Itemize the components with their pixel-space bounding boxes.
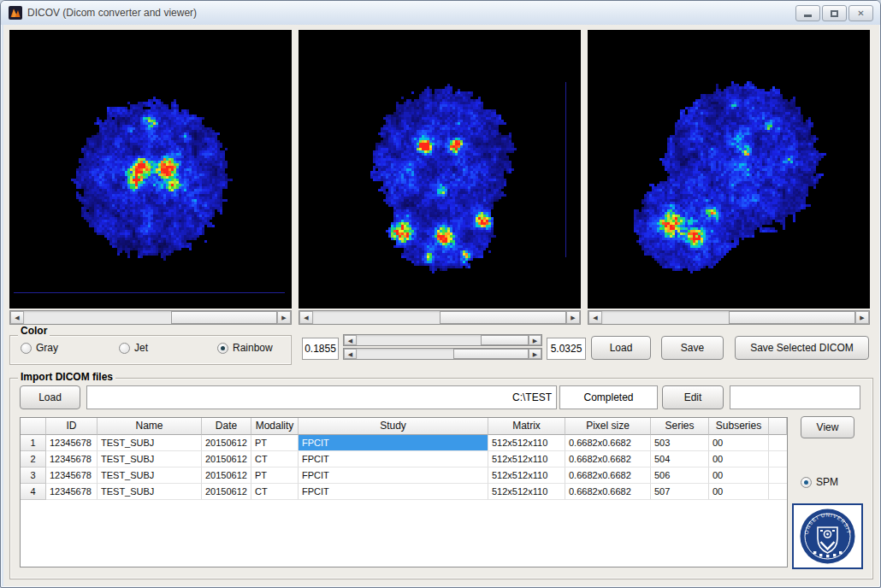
scroll-left-icon[interactable]: ◀ [588, 311, 602, 324]
cell-id[interactable]: 12345678 [46, 451, 98, 467]
slider-right-icon[interactable]: ▶ [529, 349, 541, 359]
cell-study-selected[interactable]: FPCIT [299, 435, 488, 451]
level-slider-upper[interactable]: ◀ ▶ [343, 334, 542, 346]
cell-pixel-size[interactable]: 0.6682x0.6682 [565, 451, 651, 467]
row-number: 3 [21, 467, 46, 484]
cell-id[interactable]: 12345678 [46, 484, 98, 500]
slider-right-icon[interactable]: ▶ [529, 335, 541, 345]
cell-date[interactable]: 20150612 [202, 451, 251, 467]
scrollbar-track[interactable] [24, 311, 277, 324]
cell-subseries[interactable]: 00 [709, 484, 769, 500]
load-volume-button[interactable]: Load [591, 336, 651, 360]
cell-series[interactable]: 507 [651, 484, 709, 500]
maximize-icon [831, 10, 838, 17]
title-bar[interactable]: DICOV (Dicom converter and viewer) ✕ [1, 1, 880, 25]
coronal-slice-scrollbar[interactable]: ◀ ▶ [299, 310, 581, 325]
scrollbar-thumb[interactable] [171, 311, 277, 324]
cell-id[interactable]: 12345678 [46, 467, 98, 484]
cell-date[interactable]: 20150612 [202, 435, 251, 451]
radio-spm[interactable]: SPM [801, 476, 838, 488]
import-extra-input[interactable] [730, 385, 860, 409]
cell-subseries[interactable]: 00 [709, 451, 769, 467]
scroll-right-icon[interactable]: ▶ [277, 311, 291, 324]
cell-name[interactable]: TEST_SUBJ [98, 451, 202, 467]
range-min-input[interactable]: 0.1855 [302, 338, 339, 360]
slider-thumb[interactable] [453, 349, 529, 359]
scrollbar-thumb[interactable] [729, 311, 855, 324]
view-button[interactable]: View [801, 416, 854, 438]
client-area: ◀ ▶ ◀ ▶ ◀ ▶ Color Gray Jet Rainbow [3, 25, 879, 586]
slider-thumb[interactable] [481, 335, 529, 345]
radio-jet[interactable]: Jet [119, 342, 148, 354]
col-header-date: Date [202, 418, 251, 435]
col-header-series: Series [651, 418, 709, 435]
cell-pixel-size[interactable]: 0.6682x0.6682 [565, 435, 651, 451]
scrollbar-track[interactable] [313, 311, 566, 324]
radio-rainbow-icon [217, 343, 228, 354]
slider-left-icon[interactable]: ◀ [344, 335, 357, 345]
cell-pixel-size[interactable]: 0.6682x0.6682 [565, 484, 651, 500]
slider-track[interactable] [357, 349, 529, 359]
cell-modality[interactable]: PT [251, 467, 299, 484]
table-row-1[interactable]: 1 12345678 TEST_SUBJ 20150612 PT FPCIT 5… [21, 435, 787, 451]
cell-date[interactable]: 20150612 [202, 484, 251, 500]
radio-gray[interactable]: Gray [21, 342, 58, 354]
table-row-3[interactable]: 3 12345678 TEST_SUBJ 20150612 PT FPCIT 5… [21, 467, 787, 484]
cell-modality[interactable]: CT [251, 484, 299, 500]
close-button[interactable]: ✕ [848, 5, 873, 21]
cell-filler [769, 484, 787, 500]
minimize-button[interactable] [795, 5, 820, 21]
import-status-field[interactable]: Completed [559, 385, 658, 409]
cell-study[interactable]: FPCIT [299, 467, 488, 484]
scrollbar-thumb[interactable] [440, 311, 566, 324]
axial-view-canvas[interactable] [9, 30, 292, 309]
matlab-app-icon [9, 6, 22, 20]
col-header-modality: Modality [251, 418, 299, 435]
cell-name[interactable]: TEST_SUBJ [98, 484, 202, 500]
cell-modality[interactable]: CT [251, 451, 299, 467]
scroll-right-icon[interactable]: ▶ [855, 311, 869, 324]
cell-date[interactable]: 20150612 [202, 467, 251, 484]
cell-id[interactable]: 12345678 [46, 435, 98, 451]
cell-matrix[interactable]: 512x512x110 [488, 467, 565, 484]
cell-matrix[interactable]: 512x512x110 [488, 484, 565, 500]
slider-left-icon[interactable]: ◀ [344, 349, 357, 359]
table-row-2[interactable]: 2 12345678 TEST_SUBJ 20150612 CT FPCIT 5… [21, 451, 787, 467]
save-button[interactable]: Save [661, 336, 724, 360]
edit-button[interactable]: Edit [662, 385, 724, 409]
cell-subseries[interactable]: 00 [709, 435, 769, 451]
scrollbar-track[interactable] [602, 311, 855, 324]
cell-modality[interactable]: PT [251, 435, 299, 451]
sagittal-slice-scrollbar[interactable]: ◀ ▶ [588, 310, 870, 325]
cell-matrix[interactable]: 512x512x110 [488, 451, 565, 467]
import-group-label: Import DICOM files [18, 371, 115, 383]
window-title: DICOV (Dicom converter and viewer) [27, 7, 197, 19]
maximize-button[interactable] [822, 5, 847, 21]
radio-rainbow[interactable]: Rainbow [217, 342, 273, 354]
series-table[interactable]: ID Name Date Modality Study Matrix Pixel… [20, 417, 788, 567]
scroll-left-icon[interactable]: ◀ [10, 311, 24, 324]
cell-study[interactable]: FPCIT [299, 451, 488, 467]
scroll-right-icon[interactable]: ▶ [566, 311, 580, 324]
save-selected-dicom-button[interactable]: Save Selected DICOM [735, 336, 869, 360]
slider-track[interactable] [357, 335, 529, 345]
scroll-left-icon[interactable]: ◀ [299, 311, 313, 324]
cell-name[interactable]: TEST_SUBJ [98, 435, 202, 451]
sagittal-view-canvas[interactable] [588, 30, 870, 309]
cell-name[interactable]: TEST_SUBJ [98, 467, 202, 484]
table-row-4[interactable]: 4 12345678 TEST_SUBJ 20150612 CT FPCIT 5… [21, 484, 787, 500]
import-path-input[interactable]: C:\TEST [86, 385, 557, 409]
cell-series[interactable]: 506 [651, 467, 709, 484]
import-load-button[interactable]: Load [20, 385, 80, 409]
col-header-subseries: Subseries [709, 418, 769, 435]
range-max-input[interactable]: 5.0325 [547, 338, 586, 360]
cell-matrix[interactable]: 512x512x110 [488, 435, 565, 451]
cell-series[interactable]: 503 [651, 435, 709, 451]
axial-slice-scrollbar[interactable]: ◀ ▶ [9, 310, 292, 325]
cell-series[interactable]: 504 [651, 451, 709, 467]
level-slider-lower[interactable]: ◀ ▶ [343, 348, 542, 360]
cell-study[interactable]: FPCIT [299, 484, 488, 500]
cell-pixel-size[interactable]: 0.6682x0.6682 [565, 467, 651, 484]
cell-subseries[interactable]: 00 [709, 467, 769, 484]
coronal-view-canvas[interactable] [299, 30, 581, 309]
